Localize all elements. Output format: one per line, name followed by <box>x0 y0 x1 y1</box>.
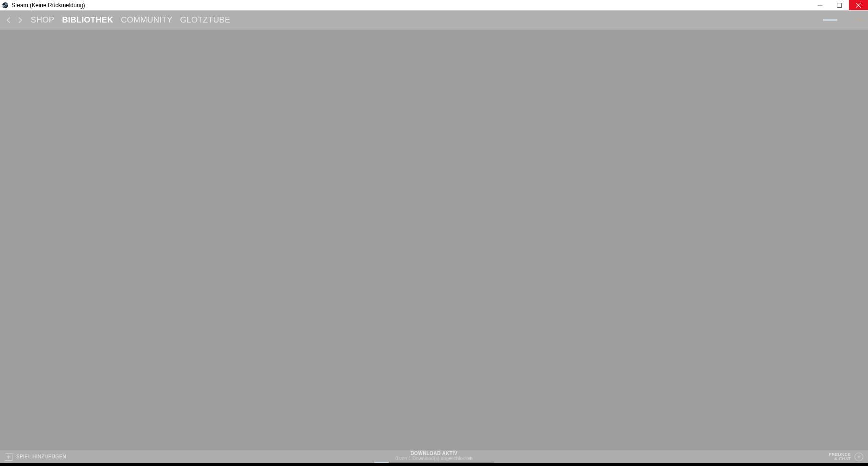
download-subtext: 0 von 1 Download(s) abgeschlossen <box>395 456 473 461</box>
nav-community[interactable]: COMMUNITY <box>121 15 173 25</box>
download-status[interactable]: DOWNLOAD AKTIV 0 von 1 Download(s) abges… <box>374 451 494 463</box>
friends-chat-button[interactable]: FREUNDE & CHAT <box>829 453 863 461</box>
add-friend-icon <box>855 453 863 461</box>
indicator-a <box>823 19 837 21</box>
indicator-b <box>856 19 864 21</box>
add-game-button[interactable]: SPIEL HINZUFÜGEN <box>5 453 66 461</box>
close-button[interactable] <box>849 0 868 10</box>
title-bar: Steam (Keine Rückmeldung) <box>0 0 868 11</box>
download-progress-fill <box>374 462 389 463</box>
nav-right-indicators <box>823 19 864 21</box>
window-controls <box>810 0 868 10</box>
friends-line2: & CHAT <box>834 457 851 461</box>
nav-back-button[interactable] <box>4 11 13 30</box>
download-progress-bar <box>374 462 494 463</box>
steam-logo-icon <box>2 2 9 9</box>
titlebar-left: Steam (Keine Rückmeldung) <box>0 2 85 9</box>
main-nav: SHOP BIBLIOTHEK COMMUNITY GLOTZTUBE <box>0 11 868 30</box>
desktop-strip <box>0 463 868 466</box>
nav-forward-button[interactable] <box>15 11 25 30</box>
svg-rect-5 <box>837 3 842 7</box>
nav-items: SHOP BIBLIOTHEK COMMUNITY GLOTZTUBE <box>31 15 231 25</box>
main-content <box>0 30 868 450</box>
plus-icon <box>5 453 12 461</box>
svg-point-2 <box>6 3 7 4</box>
maximize-button[interactable] <box>830 0 849 10</box>
nav-library[interactable]: BIBLIOTHEK <box>62 15 113 25</box>
add-game-label: SPIEL HINZUFÜGEN <box>16 454 66 459</box>
minimize-button[interactable] <box>810 0 830 10</box>
friends-label: FREUNDE & CHAT <box>829 453 851 461</box>
nav-shop[interactable]: SHOP <box>31 15 54 25</box>
window-title: Steam (Keine Rückmeldung) <box>12 2 85 9</box>
bottom-bar: SPIEL HINZUFÜGEN DOWNLOAD AKTIV 0 von 1 … <box>0 450 868 463</box>
nav-profile[interactable]: GLOTZTUBE <box>180 15 231 25</box>
download-title: DOWNLOAD AKTIV <box>411 451 458 456</box>
